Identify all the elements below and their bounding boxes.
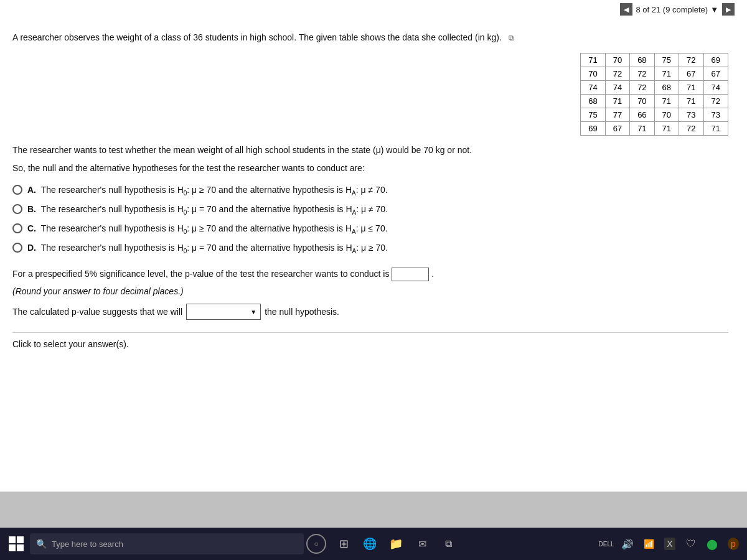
data-table-wrapper: 7170687572697072727167677474726871746871… <box>12 53 728 136</box>
table-cell: 70 <box>654 108 679 122</box>
table-cell: 68 <box>581 95 605 108</box>
conclusion-text2: the null hypothesis. <box>265 307 339 317</box>
radio-d[interactable] <box>12 243 22 253</box>
option-d-text: D. The researcher's null hypothesis is H… <box>27 241 388 256</box>
question-intro: A researcher observes the weight of a cl… <box>12 31 728 44</box>
taskbar-app-explorer[interactable]: 📁 <box>385 533 407 555</box>
taskbar-app-settings[interactable]: ⊞ <box>332 533 355 555</box>
dell-icon[interactable]: DELL <box>598 535 615 553</box>
dell-logo: DELL <box>598 541 614 548</box>
mail-icon: ✉ <box>418 538 426 550</box>
table-cell: 73 <box>703 108 728 122</box>
table-cell: 69 <box>703 54 728 67</box>
table-cell: 71 <box>679 95 703 108</box>
table-cell: 74 <box>703 81 728 95</box>
taskview-icon: ⧉ <box>445 538 452 549</box>
start-button[interactable] <box>5 533 27 555</box>
option-c-text: C. The researcher's null hypothesis is H… <box>27 222 388 236</box>
conclusion-text1: The calculated p-value suggests that we … <box>12 307 182 317</box>
table-cell: 72 <box>630 81 654 95</box>
taskbar-search[interactable]: 🔍 Type here to search <box>30 533 304 554</box>
table-cell: 71 <box>679 81 703 95</box>
option-b-label: B. <box>27 204 36 214</box>
table-cell: 67 <box>703 67 728 81</box>
x-icon: X <box>664 538 675 550</box>
shield-icon: 🛡 <box>686 538 696 549</box>
table-cell: 71 <box>703 122 728 136</box>
next-arrow[interactable]: ▶ <box>722 3 735 16</box>
separator <box>12 332 728 333</box>
option-b[interactable]: B. The researcher's null hypothesis is H… <box>12 203 728 217</box>
copy-icon[interactable]: ⧉ <box>509 34 514 42</box>
taskbar-right: DELL 🔊 📶 X 🛡 ⬤ p <box>598 535 742 553</box>
x-app-icon[interactable]: X <box>661 535 679 553</box>
option-a-label: A. <box>27 185 36 195</box>
table-cell: 67 <box>679 67 703 81</box>
option-d[interactable]: D. The researcher's null hypothesis is H… <box>12 241 728 256</box>
data-table: 7170687572697072727167677474726871746871… <box>580 53 728 136</box>
pvalue-input[interactable] <box>392 268 429 281</box>
table-cell: 66 <box>630 108 654 122</box>
option-b-text: B. The researcher's null hypothesis is H… <box>27 203 388 217</box>
table-cell: 75 <box>581 108 605 122</box>
dropdown-arrow: ▼ <box>710 5 718 14</box>
p-letter-icon: p <box>728 538 739 550</box>
progress-indicator[interactable]: 8 of 21 (9 complete) ▼ <box>636 5 719 14</box>
taskbar-app-taskview[interactable]: ⧉ <box>437 533 459 555</box>
table-cell: 75 <box>654 54 679 67</box>
settings-icon: ⊞ <box>339 537 349 551</box>
question-body2: So, the null and the alternative hypothe… <box>12 162 728 175</box>
prev-arrow[interactable]: ◀ <box>620 3 632 16</box>
search-icon: 🔍 <box>36 539 47 549</box>
p-icon[interactable]: p <box>725 535 742 553</box>
cortana-icon: ○ <box>314 539 318 548</box>
options-list: A. The researcher's null hypothesis is H… <box>12 184 728 255</box>
explorer-icon: 📁 <box>389 537 403 551</box>
radio-a[interactable] <box>12 185 22 195</box>
shield-icon-tb[interactable]: 🛡 <box>682 535 700 553</box>
table-cell: 72 <box>679 122 703 136</box>
conclusion-section: The calculated p-value suggests that we … <box>12 304 728 320</box>
question-body1: The researcher wants to test whether the… <box>12 143 728 157</box>
table-cell: 71 <box>654 122 679 136</box>
table-cell: 70 <box>630 95 654 108</box>
table-cell: 68 <box>654 81 679 95</box>
taskbar-apps: ⊞ 🌐 📁 ✉ ⧉ <box>332 533 459 555</box>
taskbar-app-edge[interactable]: 🌐 <box>359 533 381 555</box>
table-cell: 67 <box>605 122 629 136</box>
table-cell: 72 <box>679 54 703 67</box>
table-cell: 72 <box>703 95 728 108</box>
progress-bar: ◀ 8 of 21 (9 complete) ▼ ▶ <box>620 3 735 16</box>
pvalue-section: For a prespecified 5% significance level… <box>12 267 728 282</box>
option-c[interactable]: C. The researcher's null hypothesis is H… <box>12 222 728 236</box>
conclusion-dropdown[interactable]: ▼ <box>186 304 261 320</box>
edge-icon: 🌐 <box>363 537 377 551</box>
dropdown-arrow-icon: ▼ <box>250 309 256 315</box>
option-c-label: C. <box>27 223 36 233</box>
table-cell: 71 <box>654 95 679 108</box>
round-note: (Round your answer to four decimal place… <box>12 286 728 296</box>
progress-text: 8 of 21 (9 complete) <box>636 5 708 14</box>
radio-b[interactable] <box>12 204 22 214</box>
table-cell: 70 <box>581 67 605 81</box>
table-cell: 71 <box>581 54 605 67</box>
network-icon[interactable]: 📶 <box>640 535 657 553</box>
table-cell: 70 <box>605 54 629 67</box>
table-cell: 68 <box>630 54 654 67</box>
search-placeholder: Type here to search <box>52 539 123 549</box>
cortana-button[interactable]: ○ <box>306 534 326 554</box>
wifi-icon: 📶 <box>644 539 654 549</box>
radio-c[interactable] <box>12 223 22 233</box>
taskbar-app-mail[interactable]: ✉ <box>411 533 433 555</box>
pvalue-text1: For a prespecified 5% significance level… <box>12 269 389 279</box>
table-cell: 74 <box>605 81 629 95</box>
volume-icon[interactable]: 🔊 <box>619 535 636 553</box>
table-cell: 71 <box>654 67 679 81</box>
speaker-icon: 🔊 <box>621 538 634 550</box>
color-circle-icon[interactable]: ⬤ <box>703 535 721 553</box>
table-cell: 77 <box>605 108 629 122</box>
taskbar: 🔍 Type here to search ○ ⊞ 🌐 📁 ✉ ⧉ DELL <box>0 528 747 560</box>
option-a[interactable]: A. The researcher's null hypothesis is H… <box>12 184 728 198</box>
main-content: ◀ 8 of 21 (9 complete) ▼ ▶ A researcher … <box>0 0 747 492</box>
table-cell: 69 <box>581 122 605 136</box>
